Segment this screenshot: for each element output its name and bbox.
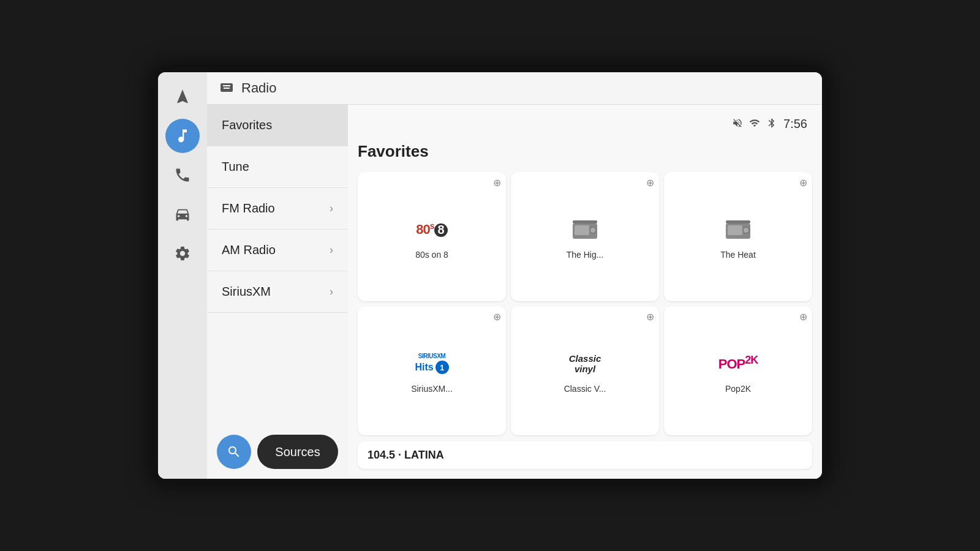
pop2k-logo: POP2K [714, 348, 763, 379]
favorite-1-name: 80s on 8 [415, 250, 448, 260]
favorite-6-name: Pop2K [725, 384, 751, 394]
svg-rect-3 [573, 220, 597, 223]
favorite-card-classic-vinyl[interactable]: ⊕ Classic vinyl Classic V... [511, 306, 659, 435]
favorite-3-name: The Heat [720, 250, 756, 260]
menu-item-am-radio[interactable]: AM Radio › [207, 230, 348, 271]
favorite-card-pop2k[interactable]: ⊕ POP2K Pop2K [664, 306, 812, 435]
favorite-4-name: SiriusXM... [411, 384, 453, 394]
siriusxm-hits-logo: SIRIUSXM Hits 1 [407, 348, 456, 379]
bluetooth-icon [766, 118, 777, 131]
favorite-card-80s-on-8[interactable]: ⊕ 80s8 80s on 8 [358, 172, 506, 301]
menu-item-favorites[interactable]: Favorites [207, 105, 348, 146]
add-favorite-4-icon[interactable]: ⊕ [493, 311, 501, 323]
menu-panel: Favorites Tune FM Radio › AM Radio › Sir [207, 105, 348, 479]
mute-icon [732, 118, 743, 131]
favorite-5-name: Classic V... [564, 384, 606, 394]
classic-vinyl-logo: Classic vinyl [560, 348, 609, 379]
body-area: Favorites Tune FM Radio › AM Radio › Sir [207, 105, 822, 479]
add-favorite-1-icon[interactable]: ⊕ [493, 177, 501, 189]
main-content: Radio Favorites Tune FM Radio › [207, 72, 822, 479]
radio-header-icon [219, 80, 234, 97]
clock: 7:56 [783, 117, 807, 131]
sidebar-item-settings[interactable] [165, 236, 200, 271]
screen: Radio Favorites Tune FM Radio › [158, 72, 822, 479]
content-title: Favorites [358, 140, 812, 166]
menu-bottom: Sources [207, 425, 348, 479]
menu-item-siriusxm[interactable]: SiriusXM › [207, 271, 348, 313]
content-panel: 7:56 Favorites ⊕ 80s8 80s on 8 [348, 105, 822, 479]
the-high-logo [560, 214, 609, 245]
sidebar [158, 72, 207, 479]
signal-icon [749, 118, 760, 131]
menu-item-fm-radio[interactable]: FM Radio › [207, 188, 348, 230]
favorite-card-the-high[interactable]: ⊕ The Hig... [511, 172, 659, 301]
sidebar-item-music[interactable] [165, 119, 200, 153]
search-button[interactable] [217, 435, 251, 469]
svg-point-2 [590, 227, 596, 233]
fm-radio-arrow-icon: › [330, 202, 333, 215]
sidebar-item-car[interactable] [165, 197, 200, 231]
80s-on-8-logo: 80s8 [407, 214, 456, 245]
add-favorite-3-icon[interactable]: ⊕ [799, 177, 807, 189]
svg-rect-1 [575, 225, 589, 235]
svg-point-6 [743, 227, 749, 233]
header: Radio [207, 72, 822, 105]
favorite-card-the-heat[interactable]: ⊕ The Heat [664, 172, 812, 301]
add-favorite-6-icon[interactable]: ⊕ [799, 311, 807, 323]
siriusxm-arrow-icon: › [330, 285, 333, 298]
status-bar: 7:56 [358, 114, 812, 133]
favorite-2-name: The Hig... [567, 250, 604, 260]
add-favorite-2-icon[interactable]: ⊕ [646, 177, 654, 189]
the-heat-logo [714, 214, 763, 245]
svg-rect-5 [728, 225, 742, 235]
screen-bezel: Radio Favorites Tune FM Radio › [153, 67, 827, 484]
current-station-text: 104.5 · LATINA [368, 449, 444, 461]
favorite-card-siriusxm[interactable]: ⊕ SIRIUSXM Hits 1 SiriusXM... [358, 306, 506, 435]
current-station-bar[interactable]: 104.5 · LATINA [358, 441, 812, 469]
sources-button[interactable]: Sources [257, 435, 338, 469]
svg-rect-7 [726, 220, 750, 223]
favorites-grid: ⊕ 80s8 80s on 8 ⊕ [358, 172, 812, 435]
menu-item-tune[interactable]: Tune [207, 146, 348, 188]
sidebar-item-phone[interactable] [165, 158, 200, 192]
add-favorite-5-icon[interactable]: ⊕ [646, 311, 654, 323]
header-title: Radio [241, 80, 276, 96]
sidebar-item-navigation[interactable] [165, 80, 200, 114]
am-radio-arrow-icon: › [330, 244, 333, 257]
